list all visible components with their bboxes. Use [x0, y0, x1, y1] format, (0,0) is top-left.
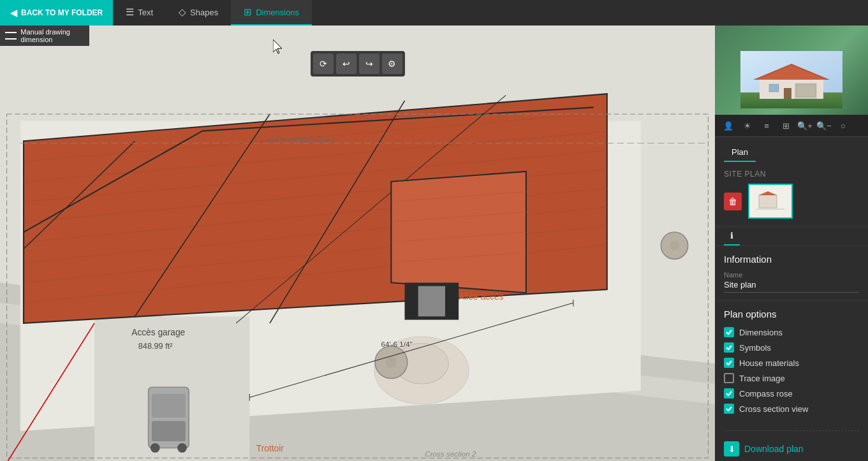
compass-rose-checkbox[interactable]: [724, 388, 734, 399]
svg-text:Cross section 2: Cross section 2: [425, 450, 476, 458]
shapes-icon: ◇: [179, 6, 186, 18]
house-materials-checkbox[interactable]: [724, 358, 734, 368]
grid-button[interactable]: ⊞: [777, 117, 794, 134]
redo-button[interactable]: ↪: [359, 54, 379, 74]
download-plan-button[interactable]: ⬇ Download plan: [715, 435, 868, 461]
svg-rect-63: [759, 195, 777, 208]
site-plan-thumbnail[interactable]: [748, 184, 793, 219]
svg-text:848.99 ft²: 848.99 ft²: [138, 342, 173, 351]
svg-point-37: [151, 443, 160, 453]
zoom-in-button[interactable]: 🔍+: [797, 117, 813, 134]
download-label: Download plan: [744, 444, 804, 454]
canvas-area[interactable]: Manual drawing dimension ⟳ ↩ ↪ ⚙: [0, 26, 715, 461]
site-plan-thumb-image: [756, 190, 784, 213]
cross-section-checkbox[interactable]: [724, 404, 734, 414]
tab-dimensions[interactable]: ⊞ Dimensions: [231, 0, 312, 26]
svg-rect-36: [152, 421, 186, 441]
panel-toolbar: 👤 ☀ ≡ ⊞ 🔍+ 🔍− ○: [715, 115, 868, 137]
option-compass-rose: Compass rose: [724, 388, 859, 399]
settings-button[interactable]: ⚙: [382, 54, 402, 74]
top-nav: ◀ BACK TO MY FOLDER ☰ Text ◇ Shapes ⊞ Di…: [0, 0, 868, 26]
svg-rect-61: [796, 84, 816, 97]
dimensions-label: Dimensions: [739, 328, 783, 337]
svg-text:Cross section View 1: Cross section View 1: [267, 135, 335, 143]
svg-rect-57: [769, 84, 779, 92]
site-plan-row: 🗑: [724, 184, 859, 219]
site-plan-section: Site plan 🗑: [715, 162, 868, 227]
tab-shapes[interactable]: ◇ Shapes: [166, 0, 231, 26]
option-trace-image: Trace image: [724, 373, 859, 383]
svg-rect-59: [784, 88, 791, 99]
back-button[interactable]: ◀ BACK TO MY FOLDER: [0, 0, 113, 26]
trace-image-checkbox[interactable]: [724, 373, 734, 383]
dimensions-checkbox[interactable]: [724, 327, 734, 337]
svg-point-9: [386, 357, 397, 368]
svg-text:64'-6 1/4": 64'-6 1/4": [381, 340, 413, 348]
reset-view-button[interactable]: ○: [835, 117, 851, 134]
layers-button[interactable]: ≡: [758, 117, 775, 134]
main-area: Manual drawing dimension ⟳ ↩ ↪ ⚙: [0, 26, 868, 461]
information-heading: Information: [724, 254, 859, 265]
tooltip-label: Manual drawing dimension: [20, 28, 84, 43]
house-materials-label: House materials: [739, 358, 799, 368]
dimension-tool-icon: [5, 32, 17, 40]
delete-site-plan-button[interactable]: 🗑: [724, 193, 742, 210]
svg-rect-35: [152, 394, 186, 418]
info-tab-button[interactable]: ℹ: [724, 227, 740, 245]
plan-options-title: Plan options: [724, 309, 859, 319]
option-dimensions: Dimensions: [724, 327, 859, 337]
sun-button[interactable]: ☀: [739, 117, 756, 134]
option-cross-section-view: Cross section view: [724, 404, 859, 414]
svg-text:Allée accès: Allée accès: [459, 292, 503, 302]
trace-image-label: Trace image: [739, 374, 785, 383]
tab-dimensions-label: Dimensions: [256, 8, 299, 17]
option-symbols: Symbols: [724, 342, 859, 353]
site-plan-title: Site plan: [724, 170, 859, 179]
back-label: BACK TO MY FOLDER: [21, 8, 103, 17]
svg-rect-33: [418, 286, 445, 317]
tab-shapes-label: Shapes: [190, 8, 218, 17]
tab-text[interactable]: ☰ Text: [113, 0, 166, 26]
right-panel: 👤 ☀ ≡ ⊞ 🔍+ 🔍− ○ Plan Site plan 🗑: [715, 26, 868, 461]
house-preview-image: [740, 51, 842, 108]
info-tab-row: ℹ: [715, 227, 868, 246]
plan-tab[interactable]: Plan: [724, 143, 756, 162]
text-icon: ☰: [126, 6, 134, 18]
name-value: Site plan: [724, 280, 859, 293]
plan-tab-header: Plan: [715, 137, 868, 162]
svg-point-10: [670, 241, 679, 251]
svg-text:Accès garage: Accès garage: [131, 328, 185, 337]
divider: [724, 430, 859, 431]
floating-toolbar: ⟳ ↩ ↪ ⚙: [311, 51, 405, 77]
back-chevron-icon: ◀: [10, 8, 17, 18]
delete-icon: 🗑: [728, 196, 737, 207]
svg-marker-27: [391, 172, 526, 293]
information-section: Information Name Site plan: [715, 246, 868, 301]
dimensions-icon: ⊞: [244, 6, 252, 18]
compass-rose-label: Compass rose: [739, 389, 793, 399]
svg-text:Trottoir: Trottoir: [256, 444, 284, 453]
option-house-materials: House materials: [724, 358, 859, 368]
plan-tab-label: Plan: [732, 147, 748, 157]
cross-section-view-label: Cross section view: [739, 404, 808, 414]
download-icon: ⬇: [724, 441, 739, 457]
person-button[interactable]: 👤: [720, 117, 737, 134]
refresh-button[interactable]: ⟳: [313, 54, 334, 74]
plan-options-section: Plan options Dimensions Symbols: [715, 301, 868, 427]
symbols-checkbox[interactable]: [724, 342, 734, 353]
name-label: Name: [724, 271, 859, 279]
svg-point-38: [177, 443, 187, 453]
floor-plan: Cross section View 1 Allée accès Accès g…: [0, 26, 715, 461]
3d-preview[interactable]: [715, 26, 868, 115]
zoom-out-button[interactable]: 🔍−: [816, 117, 832, 134]
symbols-label: Symbols: [739, 343, 771, 353]
undo-button[interactable]: ↩: [336, 54, 357, 74]
tab-text-label: Text: [138, 8, 153, 17]
tooltip-bar: Manual drawing dimension: [0, 26, 89, 46]
